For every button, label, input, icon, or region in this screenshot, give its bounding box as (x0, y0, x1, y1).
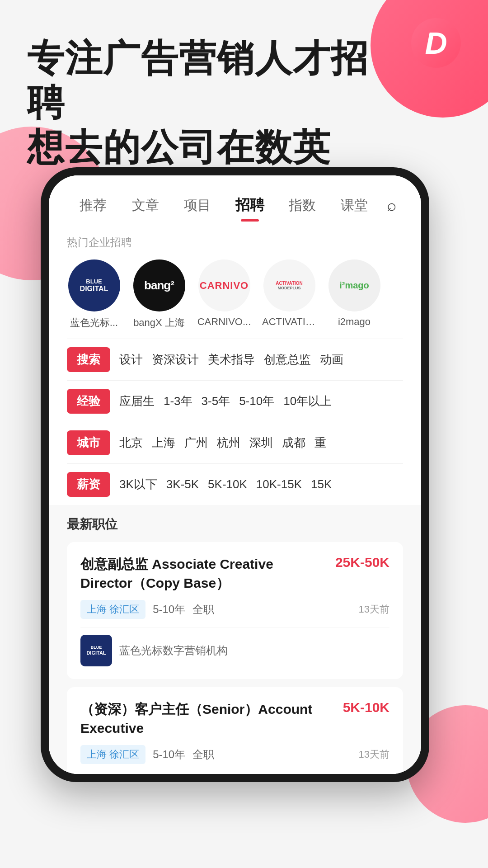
company-logo-blue-digital: BLUE DIGITAL (68, 259, 120, 311)
job-title-0: 创意副总监 Associate Creative Director（Copy B… (80, 555, 326, 593)
job-type-1: 全职 (192, 747, 214, 762)
company-name-2: CARNIVO... (197, 316, 251, 328)
company-logo-bangx: bang² (133, 259, 185, 311)
phone-content: 推荐 文章 项目 招聘 指数 课堂 ⌕ 热门企业招聘 BLUE DIGITAL (49, 175, 421, 774)
filter-opt-3k-below[interactable]: 3K以下 (119, 476, 157, 492)
company-item-activation[interactable]: ACTIVATION MODEPLUS ACTIVATIO... (262, 259, 316, 330)
job-card-1[interactable]: （资深）客户主任（Senior）Account Executive 5K-10K… (67, 687, 403, 774)
company-item-imago[interactable]: i²mago i2mago (327, 259, 381, 330)
company-logo-carnivo: CARNIVO (198, 259, 250, 311)
filter-opt-beijing[interactable]: 北京 (119, 435, 143, 451)
filter-opt-design[interactable]: 设计 (119, 352, 143, 368)
nav-item-index[interactable]: 指数 (276, 193, 328, 218)
filter-tag-salary[interactable]: 薪资 (67, 472, 110, 497)
company-item-carnivo[interactable]: CARNIVO CARNIVO... (197, 259, 251, 330)
phone-inner: 推荐 文章 项目 招聘 指数 课堂 ⌕ 热门企业招聘 BLUE DIGITAL (49, 175, 421, 774)
job-exp-1: 5-10年 (153, 747, 185, 762)
filter-tag-city[interactable]: 城市 (67, 430, 110, 455)
search-icon[interactable]: ⌕ (380, 196, 403, 215)
filter-opt-animation[interactable]: 动画 (320, 352, 343, 368)
filter-opt-creative-director[interactable]: 创意总监 (264, 352, 311, 368)
filter-opt-hangzhou[interactable]: 杭州 (217, 435, 240, 451)
filter-opt-10plus[interactable]: 10年以上 (283, 393, 332, 409)
filter-opt-art-director[interactable]: 美术指导 (208, 352, 255, 368)
filter-row-city: 城市 北京 上海 广州 杭州 深圳 成都 重 (67, 422, 403, 463)
job-card-header-0: 创意副总监 Associate Creative Director（Copy B… (80, 555, 389, 593)
job-card-0[interactable]: 创意副总监 Associate Creative Director（Copy B… (67, 542, 403, 679)
job-type-0: 全职 (192, 602, 214, 617)
app-logo: D (411, 18, 461, 68)
job-location-1: 上海 徐汇区 (80, 745, 145, 764)
filter-opt-chengdu[interactable]: 成都 (282, 435, 305, 451)
filter-tag-search[interactable]: 搜索 (67, 347, 110, 372)
filter-opt-10k-15k[interactable]: 10K-15K (256, 477, 302, 491)
phone-mockup: 推荐 文章 项目 招聘 指数 课堂 ⌕ 热门企业招聘 BLUE DIGITAL (41, 167, 488, 823)
jobs-title: 最新职位 (67, 516, 403, 533)
filter-opt-5k-10k[interactable]: 5K-10K (208, 477, 247, 491)
job-card-header-1: （资深）客户主任（Senior）Account Executive 5K-10K (80, 700, 389, 738)
filter-opt-guangzhou[interactable]: 广州 (184, 435, 208, 451)
filter-opt-3k-5k[interactable]: 3K-5K (166, 477, 199, 491)
company-name-job-0: 蓝色光标数字营销机构 (119, 643, 228, 658)
filter-tag-experience[interactable]: 经验 (67, 389, 110, 414)
filter-opt-15k[interactable]: 15K (311, 477, 332, 491)
job-salary-0: 25K-50K (335, 555, 389, 570)
filter-section: 搜索 设计 资深设计 美术指导 创意总监 动画 经验 应届生 1-3年 3-5年… (49, 339, 421, 505)
nav-item-recruit[interactable]: 招聘 (224, 192, 276, 219)
job-salary-1: 5K-10K (343, 700, 389, 715)
hot-companies-label: 热门企业招聘 (49, 228, 421, 255)
job-time-0: 13天前 (359, 603, 389, 616)
nav-item-recommend[interactable]: 推荐 (67, 193, 119, 218)
company-name-4: i2mago (338, 316, 371, 328)
phone-outer: 推荐 文章 项目 招聘 指数 课堂 ⌕ 热门企业招聘 BLUE DIGITAL (41, 167, 429, 782)
nav-item-article[interactable]: 文章 (119, 193, 172, 218)
filter-row-search: 搜索 设计 资深设计 美术指导 创意总监 动画 (67, 339, 403, 380)
job-meta-0: 上海 徐汇区 5-10年 全职 13天前 (80, 600, 389, 619)
company-logo-activation: ACTIVATION MODEPLUS (263, 259, 315, 311)
company-logo-imago: i²mago (328, 259, 380, 311)
jobs-section: 最新职位 创意副总监 Associate Creative Director（C… (49, 505, 421, 774)
filter-row-salary: 薪资 3K以下 3K-5K 5K-10K 10K-15K 15K (67, 463, 403, 505)
nav-item-project[interactable]: 项目 (171, 193, 224, 218)
filter-opt-fresh[interactable]: 应届生 (119, 393, 155, 409)
filter-opt-5-10[interactable]: 5-10年 (239, 393, 274, 409)
filter-row-experience: 经验 应届生 1-3年 3-5年 5-10年 10年以上 (67, 380, 403, 422)
app-logo-letter: D (425, 25, 447, 61)
filter-opt-1-3[interactable]: 1-3年 (164, 393, 192, 409)
job-time-1: 13天前 (359, 748, 389, 761)
hero-title: 专注广告营销人才招聘 想去的公司在数英 (27, 36, 398, 170)
top-nav: 推荐 文章 项目 招聘 指数 课堂 ⌕ (49, 175, 421, 228)
filter-opt-senior-design[interactable]: 资深设计 (152, 352, 199, 368)
job-meta-1: 上海 徐汇区 5-10年 全职 13天前 (80, 745, 389, 764)
company-name-0: 蓝色光标... (70, 316, 118, 330)
filter-opt-shanghai[interactable]: 上海 (152, 435, 175, 451)
company-logos-list: BLUE DIGITAL 蓝色光标... bang² bangX 上海 CARN… (49, 255, 421, 339)
company-name-3: ACTIVATIO... (262, 316, 316, 328)
job-title-1: （资深）客户主任（Senior）Account Executive (80, 700, 334, 738)
company-name-1: bangX 上海 (133, 316, 185, 330)
company-item-bangx[interactable]: bang² bangX 上海 (132, 259, 186, 330)
hero-section: 专注广告营销人才招聘 想去的公司在数英 (27, 36, 398, 170)
filter-opt-more[interactable]: 重 (314, 435, 326, 451)
filter-opt-shenzhen[interactable]: 深圳 (249, 435, 273, 451)
company-logo-small-0: BLUE DIGITAL (80, 635, 112, 666)
nav-item-course[interactable]: 课堂 (328, 193, 380, 218)
job-company-0: BLUE DIGITAL 蓝色光标数字营销机构 (80, 627, 389, 666)
job-location-0: 上海 徐汇区 (80, 600, 145, 619)
company-item-blue-digital[interactable]: BLUE DIGITAL 蓝色光标... (67, 259, 121, 330)
filter-opt-3-5[interactable]: 3-5年 (202, 393, 230, 409)
job-exp-0: 5-10年 (153, 602, 185, 617)
